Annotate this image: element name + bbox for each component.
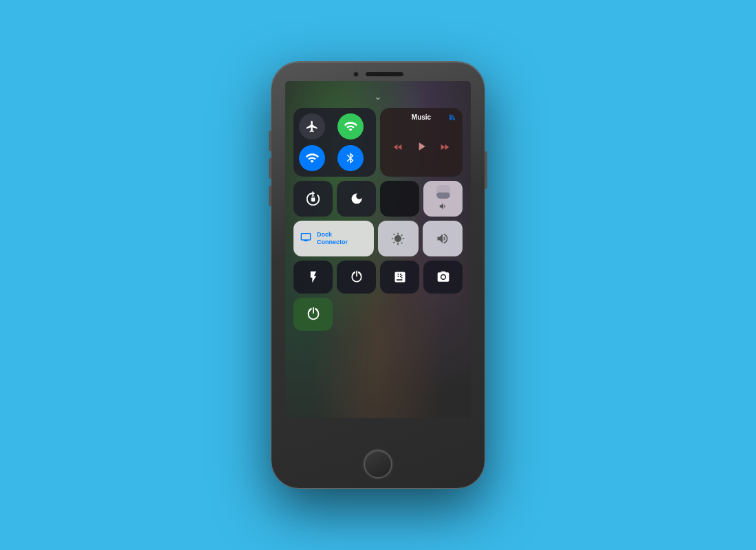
drag-indicator: ⌄: [368, 91, 388, 101]
timer-button[interactable]: [337, 261, 376, 294]
volume-button[interactable]: [423, 221, 463, 256]
phone-screen: ⌄: [285, 81, 471, 418]
control-center: ⌄: [285, 81, 471, 418]
wifi-button[interactable]: [299, 145, 325, 171]
dock-connector-icon: [299, 232, 313, 245]
hotspot-button[interactable]: [337, 113, 364, 140]
speaker: [366, 72, 403, 76]
music-player: Music: [380, 108, 463, 177]
stopwatch-button[interactable]: [293, 298, 333, 331]
music-title: Music: [386, 113, 457, 121]
calculator-button[interactable]: [380, 261, 419, 294]
dark-mode-button[interactable]: [380, 181, 419, 217]
do-not-disturb-button[interactable]: [337, 181, 376, 217]
front-camera: [353, 72, 359, 77]
bluetooth-button[interactable]: [337, 145, 364, 171]
phone-bottom: [364, 424, 392, 488]
brightness-button[interactable]: [378, 221, 419, 256]
fast-forward-button[interactable]: [437, 142, 452, 155]
airplay-icon: [448, 113, 456, 122]
rotation-lock-button[interactable]: [293, 181, 333, 217]
play-button[interactable]: [414, 139, 428, 157]
music-controls: [386, 125, 457, 171]
dock-connector-button[interactable]: Dock Connector: [293, 221, 374, 256]
home-button[interactable]: [364, 450, 392, 478]
rewind-button[interactable]: [390, 142, 405, 155]
dock-connector-label: Dock Connector: [317, 231, 348, 246]
volume-slider[interactable]: [423, 181, 463, 217]
iphone-device: ⌄: [271, 62, 485, 488]
connectivity-block: [293, 108, 376, 177]
camera-button[interactable]: [423, 261, 463, 294]
flashlight-button[interactable]: [293, 261, 333, 294]
airplane-mode-button[interactable]: [299, 113, 325, 140]
svg-point-0: [441, 275, 445, 278]
phone-top: [271, 62, 485, 81]
